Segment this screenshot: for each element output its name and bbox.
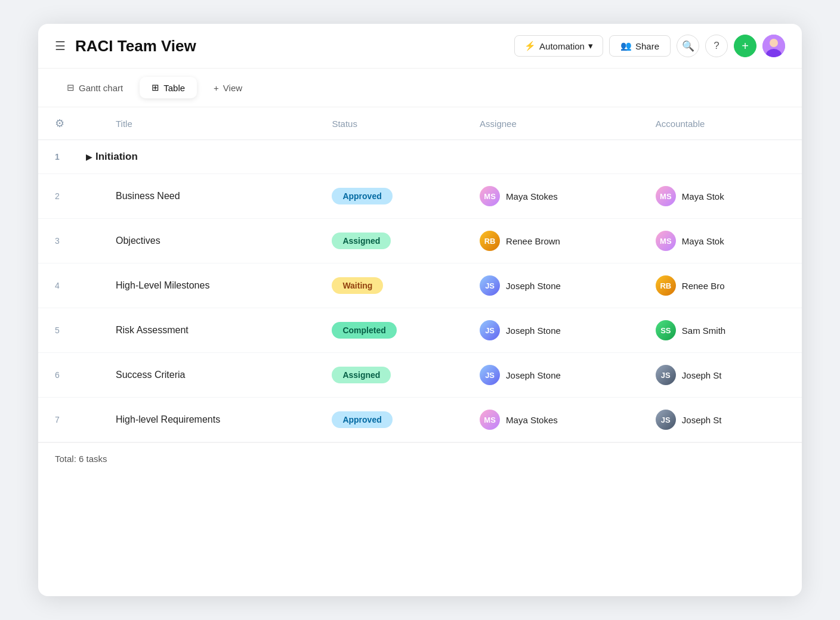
accountable-cell: RB Renee Bro xyxy=(656,275,791,296)
assignee-cell: RB Renee Brown xyxy=(480,231,634,251)
status-badge: Waiting xyxy=(332,277,383,294)
menu-icon[interactable]: ☰ xyxy=(55,39,66,53)
app-window: ☰ RACI Team View ⚡ Automation ▾ 👥 Share … xyxy=(38,24,802,596)
row-status: Approved xyxy=(321,174,469,219)
share-icon: 👥 xyxy=(620,41,632,51)
row-spacer xyxy=(75,308,105,353)
status-badge: Assigned xyxy=(332,232,391,249)
avatar-renee: RB xyxy=(656,275,676,296)
row-title[interactable]: Objectives xyxy=(105,219,321,264)
row-spacer xyxy=(75,264,105,308)
row-accountable[interactable]: JS Joseph St xyxy=(645,398,802,442)
automation-label: Automation xyxy=(539,41,585,51)
group-title[interactable]: ▶Initiation xyxy=(75,140,802,174)
row-assignee[interactable]: JS Joseph Stone xyxy=(469,264,645,308)
avatar-joseph: JS xyxy=(480,365,500,385)
avatar-sam: SS xyxy=(656,320,676,340)
accountable-name: Joseph St xyxy=(682,415,722,425)
accountable-name: Maya Stok xyxy=(682,191,724,202)
share-label: Share xyxy=(635,41,659,51)
table-row: 2 Business Need Approved MS Maya Stokes … xyxy=(38,174,802,219)
assignee-name: Joseph Stone xyxy=(506,281,561,291)
col-num xyxy=(75,107,105,140)
tab-table-label: Table xyxy=(163,83,185,93)
table-row: 4 High-Level Milestones Waiting JS Josep… xyxy=(38,264,802,308)
share-button[interactable]: 👥 Share xyxy=(609,35,671,57)
gantt-icon: ⊟ xyxy=(67,82,75,93)
col-title: Title xyxy=(105,107,321,140)
table-row: 3 Objectives Assigned RB Renee Brown MS … xyxy=(38,219,802,264)
row-assignee[interactable]: JS Joseph Stone xyxy=(469,353,645,398)
add-button[interactable]: + xyxy=(734,35,756,57)
col-assignee: Assignee xyxy=(469,107,645,140)
automation-button[interactable]: ⚡ Automation ▾ xyxy=(514,35,603,57)
tab-table[interactable]: ⊞ Table xyxy=(140,77,197,98)
chevron-down-icon: ▾ xyxy=(588,41,593,51)
bolt-icon: ⚡ xyxy=(524,41,536,51)
row-title[interactable]: High-level Requirements xyxy=(105,398,321,442)
avatar-joseph2: JS xyxy=(656,410,676,430)
table-row: 6 Success Criteria Assigned JS Joseph St… xyxy=(38,353,802,398)
avatar-renee: RB xyxy=(480,231,500,251)
group-row[interactable]: 1 ▶Initiation xyxy=(38,140,802,174)
row-assignee[interactable]: MS Maya Stokes xyxy=(469,174,645,219)
row-num: 6 xyxy=(38,353,75,398)
assignee-name: Joseph Stone xyxy=(506,326,561,336)
tab-view[interactable]: + View xyxy=(202,78,254,98)
accountable-name: Sam Smith xyxy=(682,326,725,336)
accountable-cell: JS Joseph St xyxy=(656,410,791,430)
tab-gantt-label: Gantt chart xyxy=(79,83,123,93)
accountable-cell: MS Maya Stok xyxy=(656,186,791,206)
row-status: Waiting xyxy=(321,264,469,308)
accountable-cell: SS Sam Smith xyxy=(656,320,791,340)
status-badge: Assigned xyxy=(332,367,391,383)
row-accountable[interactable]: MS Maya Stok xyxy=(645,219,802,264)
row-status: Assigned xyxy=(321,353,469,398)
row-assignee[interactable]: MS Maya Stokes xyxy=(469,398,645,442)
row-status: Completed xyxy=(321,308,469,353)
table-row: 5 Risk Assessment Completed JS Joseph St… xyxy=(38,308,802,353)
accountable-cell: JS Joseph St xyxy=(656,365,791,385)
plus-view-icon: + xyxy=(214,83,219,93)
row-accountable[interactable]: RB Renee Bro xyxy=(645,264,802,308)
row-title[interactable]: Risk Assessment xyxy=(105,308,321,353)
row-title[interactable]: High-Level Milestones xyxy=(105,264,321,308)
col-gear[interactable]: ⚙ xyxy=(38,107,75,140)
row-num: 5 xyxy=(38,308,75,353)
row-title[interactable]: Business Need xyxy=(105,174,321,219)
gear-icon[interactable]: ⚙ xyxy=(55,117,64,129)
status-badge: Completed xyxy=(332,322,396,339)
accountable-name: Joseph St xyxy=(682,370,722,380)
row-accountable[interactable]: JS Joseph St xyxy=(645,353,802,398)
row-assignee[interactable]: JS Joseph Stone xyxy=(469,308,645,353)
assignee-name: Renee Brown xyxy=(506,236,560,246)
avatar-joseph: JS xyxy=(480,320,500,340)
search-button[interactable]: 🔍 xyxy=(677,35,699,57)
header: ☰ RACI Team View ⚡ Automation ▾ 👥 Share … xyxy=(38,24,802,69)
avatar-joseph2: JS xyxy=(656,365,676,385)
status-badge: Approved xyxy=(332,411,392,428)
tab-gantt-chart[interactable]: ⊟ Gantt chart xyxy=(55,77,135,98)
row-accountable[interactable]: SS Sam Smith xyxy=(645,308,802,353)
help-button[interactable]: ? xyxy=(705,35,728,57)
row-assignee[interactable]: RB Renee Brown xyxy=(469,219,645,264)
svg-point-1 xyxy=(770,39,778,47)
accountable-name: Maya Stok xyxy=(682,236,724,246)
assignee-name: Maya Stokes xyxy=(506,415,558,425)
user-avatar[interactable] xyxy=(762,35,785,57)
assignee-cell: JS Joseph Stone xyxy=(480,275,634,296)
status-badge: Approved xyxy=(332,188,392,204)
row-spacer xyxy=(75,174,105,219)
row-num: 3 xyxy=(38,219,75,264)
avatar-joseph: JS xyxy=(480,275,500,296)
row-title[interactable]: Success Criteria xyxy=(105,353,321,398)
app-title: RACI Team View xyxy=(75,37,505,55)
row-accountable[interactable]: MS Maya Stok xyxy=(645,174,802,219)
table-icon: ⊞ xyxy=(152,82,159,93)
tab-bar: ⊟ Gantt chart ⊞ Table + View xyxy=(38,69,802,107)
col-accountable: Accountable xyxy=(645,107,802,140)
table-header-row: ⚙ Title Status Assignee Accountable xyxy=(38,107,802,140)
row-status: Assigned xyxy=(321,219,469,264)
avatar-maya: MS xyxy=(656,186,676,206)
avatar-maya: MS xyxy=(656,231,676,251)
